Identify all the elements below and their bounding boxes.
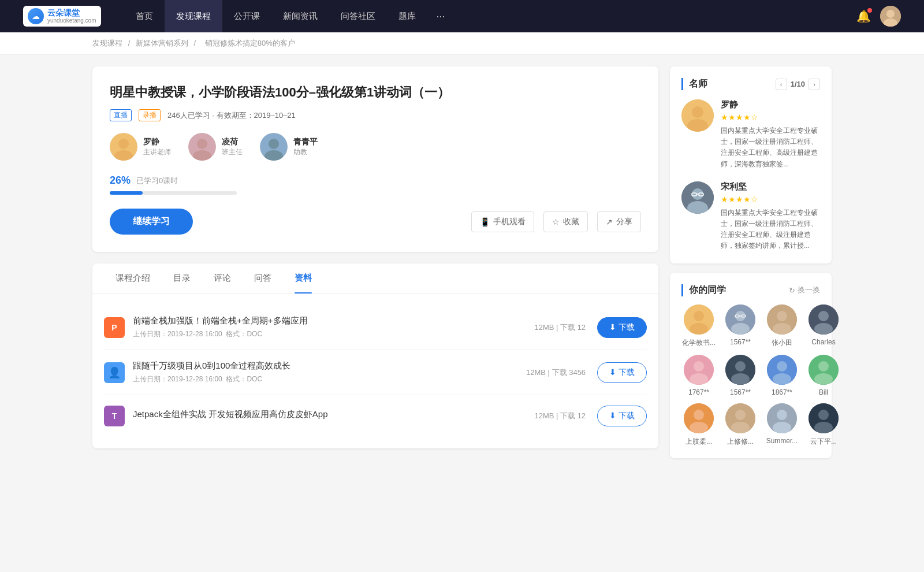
refresh-btn[interactable]: ↻ 换一换 (789, 285, 820, 295)
cm-name-0: 化学教书... (681, 338, 716, 348)
cm-avatar-3 (808, 304, 839, 335)
file-info-1: 跟随千万级项目从0到100全过程高效成长 上传日期：2019-12-28 16:… (133, 361, 526, 384)
cm-avatar-9 (725, 403, 755, 433)
svg-point-40 (735, 361, 746, 372)
cm-avatar-6 (767, 355, 797, 385)
progress-label: 已学习0课时 (136, 176, 178, 186)
progress-area: 26% 已学习0课时 (110, 174, 641, 195)
svg-point-10 (269, 139, 279, 149)
cm-name-11: 云下平... (806, 437, 841, 447)
nav-item-discover[interactable]: 发现课程 (165, 0, 222, 32)
teacher-name-0: 罗静 (143, 137, 171, 147)
prev-page-btn[interactable]: ‹ (776, 79, 787, 90)
nav-item-qa[interactable]: 问答社区 (329, 0, 387, 32)
file-icon-1: 👤 (104, 362, 125, 383)
svg-point-52 (735, 410, 746, 420)
classmate-0: 化学教书... (681, 304, 716, 348)
tab-review[interactable]: 评论 (202, 263, 243, 293)
bell-icon[interactable]: 🔔 (856, 9, 871, 23)
file-stats-0: 12MB | 下载 12 (534, 322, 586, 333)
sidebar-teacher-info-0: 罗静 ★★★★☆ 国内某重点大学安全工程专业硕士，国家一级注册消防工程师、注册安… (721, 99, 820, 170)
svg-point-31 (777, 311, 787, 321)
share-btn[interactable]: ↗ 分享 (597, 211, 641, 232)
nav-item-open[interactable]: 公开课 (222, 0, 271, 32)
logo-icon: ☁ (28, 8, 44, 24)
download-btn-0[interactable]: ⬇ 下载 (597, 317, 647, 338)
nav-more[interactable]: ··· (427, 0, 454, 32)
action-row: 继续学习 📱 手机观看 ☆ 收藏 ↗ 分享 (110, 209, 641, 235)
nav-item-exam[interactable]: 题库 (387, 0, 427, 32)
svg-point-34 (818, 311, 829, 321)
continue-btn[interactable]: 继续学习 (110, 209, 193, 235)
classmate-5: 1567** (723, 355, 758, 396)
svg-point-44 (773, 373, 791, 385)
classmates-title-wrap: 你的同学 (681, 284, 726, 296)
course-title: 明星中教授课，小学阶段语法100分–强化级第1讲动词（一） (110, 84, 641, 101)
svg-point-56 (773, 422, 791, 433)
breadcrumb: 发现课程 / 新媒体营销系列 / 销冠修炼术搞定80%的客户 (0, 32, 924, 55)
teacher-0: 罗静 主讲老师 (110, 133, 171, 161)
classmates-header: 你的同学 ↻ 换一换 (681, 284, 820, 296)
download-btn-1[interactable]: ⬇ 下载 (597, 362, 647, 383)
cm-avatar-7 (808, 355, 839, 385)
user-avatar-nav[interactable] (880, 6, 901, 27)
file-meta-1: 上传日期：2019-12-28 16:00 格式：DOC (133, 374, 526, 384)
cm-avatar-2 (767, 304, 797, 335)
teacher-role-2: 助教 (293, 147, 318, 157)
breadcrumb-discover[interactable]: 发现课程 (92, 39, 122, 47)
cm-name-6: 1867** (765, 388, 799, 396)
tab-catalog[interactable]: 目录 (162, 263, 202, 293)
sidebar-teacher-stars-1: ★★★★☆ (721, 195, 820, 204)
sidebar-teacher-1: 宋利坚 ★★★★☆ 国内某重点大学安全工程专业硕士，国家一级注册消防工程师、注册… (681, 181, 820, 252)
main-layout: 明星中教授课，小学阶段语法100分–强化级第1讲动词（一） 直播 录播 246人… (81, 66, 843, 467)
file-stats-2: 12MB | 下载 12 (534, 411, 586, 421)
tab-intro[interactable]: 课程介绍 (104, 263, 162, 293)
classmate-7: Bill (806, 355, 841, 396)
classmate-10: Summer... (765, 403, 799, 447)
teacher-name-1: 凌荷 (222, 137, 243, 147)
file-info-0: 前端全栈加强版！前端全栈+全周期+多端应用 上传日期：2019-12-28 16… (133, 315, 534, 339)
nav-item-news[interactable]: 新闻资讯 (271, 0, 329, 32)
file-item-0: P 前端全栈加强版！前端全栈+全周期+多端应用 上传日期：2019-12-28 … (104, 305, 647, 350)
classmates-grid: 化学教书... 1567** (681, 304, 820, 447)
svg-point-7 (197, 139, 207, 149)
breadcrumb-series[interactable]: 新媒体营销系列 (136, 39, 188, 47)
nav-item-home[interactable]: 首页 (124, 0, 165, 32)
nav-right: 🔔 (856, 6, 901, 27)
svg-point-26 (731, 323, 750, 335)
teacher-role-1: 班主任 (222, 147, 243, 157)
star-icon: ☆ (552, 217, 560, 226)
tabs-card: 课程介绍 目录 评论 问答 资料 P 前端全栈加强版！前端全栈+全周期+多端应用… (92, 263, 658, 448)
svg-point-13 (692, 106, 703, 118)
sidebar-teacher-avatar-0 (681, 99, 714, 132)
tag-live: 直播 (110, 109, 132, 121)
cm-avatar-5 (725, 355, 755, 385)
collect-btn[interactable]: ☆ 收藏 (543, 211, 588, 232)
page-indicator: 1/10 (791, 80, 805, 88)
progress-bar (110, 191, 237, 195)
sidebar-area: 名师 ‹ 1/10 › (670, 66, 832, 467)
mobile-watch-btn[interactable]: 📱 手机观看 (471, 211, 534, 232)
teacher-2: 青青平 助教 (260, 133, 318, 161)
cm-name-4: 1767** (681, 388, 716, 396)
sidebar-teacher-avatar-1 (681, 181, 714, 214)
classmate-8: 上肢柔... (681, 403, 716, 447)
tab-qa[interactable]: 问答 (243, 263, 283, 293)
file-icon-2: T (104, 406, 125, 426)
teacher-role-0: 主讲老师 (143, 147, 171, 157)
cm-name-8: 上肢柔... (681, 437, 716, 447)
action-btns: 📱 手机观看 ☆ 收藏 ↗ 分享 (471, 211, 641, 232)
cm-avatar-4 (684, 355, 714, 385)
file-name-1: 跟随千万级项目从0到100全过程高效成长 (133, 361, 526, 372)
course-card: 明星中教授课，小学阶段语法100分–强化级第1讲动词（一） 直播 录播 246人… (92, 66, 658, 252)
download-btn-2[interactable]: ⬇ 下载 (597, 406, 647, 426)
svg-point-53 (731, 422, 750, 433)
svg-point-38 (690, 373, 708, 385)
logo-area[interactable]: ☁ 云朵课堂 yunduoketang.com (23, 6, 101, 27)
tab-resource[interactable]: 资料 (283, 263, 323, 293)
teacher-name-2: 青青平 (293, 137, 318, 147)
refresh-icon: ↻ (789, 286, 795, 295)
svg-point-32 (773, 323, 791, 335)
next-page-btn[interactable]: › (808, 79, 820, 90)
file-item-1: 👤 跟随千万级项目从0到100全过程高效成长 上传日期：2019-12-28 1… (104, 350, 647, 395)
